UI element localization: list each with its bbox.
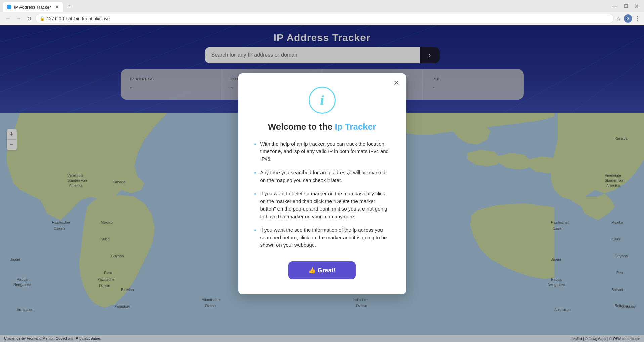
window-maximize-btn[interactable]: □ [621, 2, 630, 10]
info-icon-circle: i [309, 87, 336, 114]
welcome-modal: ✕ i Welcome to the Ip Tracker With the h… [238, 73, 406, 294]
url-text: 127.0.0.1:5501/index.html#close [47, 16, 110, 21]
modal-close-button[interactable]: ✕ [393, 79, 399, 87]
window-close-btn[interactable]: ✕ [632, 2, 641, 11]
browser-chrome: 🌐 IP Address Tracker ✕ + — □ ✕ ← → ↻ 🔒 1… [0, 0, 644, 25]
main-content: IP Address Tracker › IP ADRESS - LOCATIO… [0, 25, 644, 342]
tab-bar: 🌐 IP Address Tracker ✕ + — □ ✕ [0, 0, 644, 12]
info-i-icon: i [320, 93, 324, 107]
lock-icon: 🔒 [40, 16, 45, 21]
modal-bullet-4: If you want the see the information of t… [254, 226, 390, 249]
address-bar-row: ← → ↻ 🔒 127.0.0.1:5501/index.html#close … [0, 12, 644, 25]
modal-title-colored: Ip Tracker [335, 122, 376, 132]
modal-overlay[interactable]: ✕ i Welcome to the Ip Tracker With the h… [0, 25, 644, 342]
great-button[interactable]: 👍 Great! [288, 261, 355, 279]
forward-button[interactable]: → [15, 14, 23, 23]
modal-bullet-1: With the help of an Ip tracker, you can … [254, 140, 390, 163]
menu-icon[interactable]: ⋮ [635, 15, 640, 22]
tab-close-btn[interactable]: ✕ [55, 4, 59, 10]
modal-bullet-2: Any time you searched for an Ip adress,i… [254, 169, 390, 184]
bookmark-icon[interactable]: ☆ [616, 15, 621, 22]
tab-favicon: 🌐 [7, 5, 11, 9]
refresh-button[interactable]: ↻ [26, 14, 33, 23]
browser-right-icons: ☆ G ⋮ [616, 14, 640, 23]
tab-title: IP Address Tracker [14, 5, 51, 10]
new-tab-button[interactable]: + [65, 2, 74, 10]
window-controls: — □ ✕ [609, 2, 641, 11]
modal-instructions-list: With the help of an Ip tracker, you can … [254, 140, 390, 249]
modal-title-plain: Welcome to the [268, 122, 335, 132]
active-tab[interactable]: 🌐 IP Address Tracker ✕ [3, 2, 63, 12]
address-bar[interactable]: 🔒 127.0.0.1:5501/index.html#close [35, 14, 614, 23]
back-button[interactable]: ← [4, 14, 12, 23]
window-minimize-btn[interactable]: — [609, 2, 620, 10]
modal-bullet-3: If you want to delete a marker on the ma… [254, 190, 390, 220]
modal-title: Welcome to the Ip Tracker [254, 122, 390, 132]
user-avatar[interactable]: G [624, 14, 632, 23]
